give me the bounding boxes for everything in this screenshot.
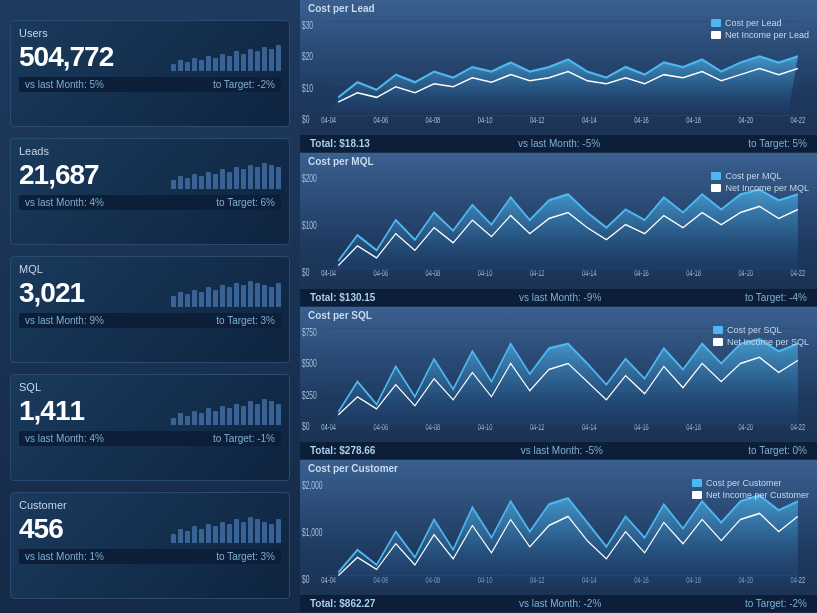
legend-label-secondary: Net Income per MQL [725, 183, 809, 193]
chart-total-cost-per-mql: Total: $130.15 [310, 292, 375, 303]
spark-bar [276, 404, 281, 425]
spark-bar [227, 408, 232, 425]
chart-to-target-cost-per-sql: to Target: 0% [748, 445, 807, 456]
spark-bar [199, 176, 204, 189]
spark-bar [241, 169, 246, 189]
metric-main-customer: 456 [19, 513, 281, 545]
spark-bar [227, 524, 232, 543]
spark-bar [220, 169, 225, 189]
spark-bar [206, 56, 211, 71]
metric-value-users: 504,772 [19, 41, 113, 73]
legend-item-secondary-cost-per-sql: Net Income per SQL [713, 337, 809, 347]
sparkline-sql [171, 397, 281, 425]
svg-text:04-22: 04-22 [791, 115, 806, 126]
spark-bar [178, 292, 183, 307]
legend-item-primary-cost-per-mql: Cost per MQL [711, 171, 809, 181]
svg-text:04-18: 04-18 [686, 115, 701, 126]
chart-title-cost-per-lead: Cost per Lead [300, 0, 817, 14]
svg-text:$0: $0 [302, 114, 309, 126]
metric-value-sql: 1,411 [19, 395, 84, 427]
legend-dot-primary [692, 479, 702, 487]
spark-bar [185, 178, 190, 189]
spark-bar [171, 64, 176, 71]
metric-main-users: 504,772 [19, 41, 281, 73]
chart-card-cost-per-sql: Cost per SQL Cost per SQL Net Income per… [300, 307, 817, 460]
spark-bar [269, 287, 274, 307]
spark-bar [213, 411, 218, 425]
sparkline-mql [171, 279, 281, 307]
svg-text:$100: $100 [302, 220, 317, 232]
left-panel: Users 504,772 vs last Month: 5% to Targe… [0, 0, 300, 613]
metric-card-sql: SQL 1,411 vs last Month: 4% to Target: -… [10, 374, 290, 481]
chart-footer-cost-per-sql: Total: $278.66 vs last Month: -5% to Tar… [300, 442, 817, 459]
spark-bar [185, 531, 190, 543]
metric-label-leads: Leads [19, 145, 281, 157]
chart-legend-cost-per-mql: Cost per MQL Net Income per MQL [711, 171, 809, 193]
to-target-users: to Target: -2% [213, 79, 275, 90]
legend-item-primary-cost-per-lead: Cost per Lead [711, 18, 809, 28]
chart-total-cost-per-lead: Total: $18.13 [310, 138, 370, 149]
spark-bar [269, 165, 274, 189]
spark-bar [178, 60, 183, 71]
spark-bar [276, 519, 281, 543]
svg-text:$500: $500 [302, 357, 317, 369]
metric-footer-users: vs last Month: 5% to Target: -2% [19, 77, 281, 92]
spark-bar [178, 176, 183, 189]
legend-dot-secondary [711, 31, 721, 39]
chart-footer-cost-per-customer: Total: $862.27 vs last Month: -2% to Tar… [300, 595, 817, 612]
chart-legend-cost-per-sql: Cost per SQL Net Income per SQL [713, 325, 809, 347]
svg-text:$10: $10 [302, 82, 313, 94]
spark-bar [269, 49, 274, 71]
spark-bar [220, 285, 225, 307]
svg-text:04-16: 04-16 [634, 115, 649, 126]
chart-body-cost-per-sql: Cost per SQL Net Income per SQL $750$500… [300, 321, 817, 442]
spark-bar [255, 283, 260, 307]
chart-vs-last-month-cost-per-sql: vs last Month: -5% [521, 445, 603, 456]
spark-bar [248, 517, 253, 543]
metric-main-mql: 3,021 [19, 277, 281, 309]
spark-bar [262, 47, 267, 71]
spark-bar [255, 404, 260, 425]
chart-to-target-cost-per-lead: to Target: 5% [748, 138, 807, 149]
chart-title-cost-per-customer: Cost per Customer [300, 460, 817, 474]
vs-last-month-mql: vs last Month: 9% [25, 315, 104, 326]
vs-last-month-users: vs last Month: 5% [25, 79, 104, 90]
chart-body-cost-per-mql: Cost per MQL Net Income per MQL $200$100… [300, 167, 817, 288]
spark-bar [178, 413, 183, 425]
svg-text:04-20: 04-20 [738, 115, 753, 126]
spark-bar [206, 172, 211, 189]
spark-bar [192, 526, 197, 543]
svg-text:$200: $200 [302, 173, 317, 185]
spark-bar [269, 401, 274, 425]
metric-value-customer: 456 [19, 513, 63, 545]
spark-bar [185, 62, 190, 71]
metric-card-leads: Leads 21,687 vs last Month: 4% to Target… [10, 138, 290, 245]
spark-bar [171, 418, 176, 425]
chart-card-cost-per-customer: Cost per Customer Cost per Customer Net … [300, 460, 817, 613]
spark-bar [185, 416, 190, 425]
metric-value-leads: 21,687 [19, 159, 99, 191]
legend-label-secondary: Net Income per Customer [706, 490, 809, 500]
spark-bar [241, 285, 246, 307]
spark-bar [199, 60, 204, 71]
legend-label-primary: Cost per MQL [725, 171, 781, 181]
vs-last-month-customer: vs last Month: 1% [25, 551, 104, 562]
spark-bar [248, 281, 253, 307]
chart-vs-last-month-cost-per-customer: vs last Month: -2% [519, 598, 601, 609]
metric-label-users: Users [19, 27, 281, 39]
legend-label-primary: Cost per SQL [727, 325, 782, 335]
svg-text:04-12: 04-12 [530, 115, 545, 126]
svg-text:04-06: 04-06 [374, 115, 389, 126]
spark-bar [234, 404, 239, 425]
spark-bar [227, 172, 232, 189]
legend-item-secondary-cost-per-customer: Net Income per Customer [692, 490, 809, 500]
legend-label-secondary: Net Income per SQL [727, 337, 809, 347]
spark-bar [255, 167, 260, 189]
spark-bar [171, 534, 176, 543]
spark-bar [227, 287, 232, 307]
metric-value-mql: 3,021 [19, 277, 84, 309]
spark-bar [199, 529, 204, 543]
svg-text:$0: $0 [302, 573, 309, 585]
legend-item-secondary-cost-per-lead: Net Income per Lead [711, 30, 809, 40]
dashboard: Users 504,772 vs last Month: 5% to Targe… [0, 0, 817, 613]
